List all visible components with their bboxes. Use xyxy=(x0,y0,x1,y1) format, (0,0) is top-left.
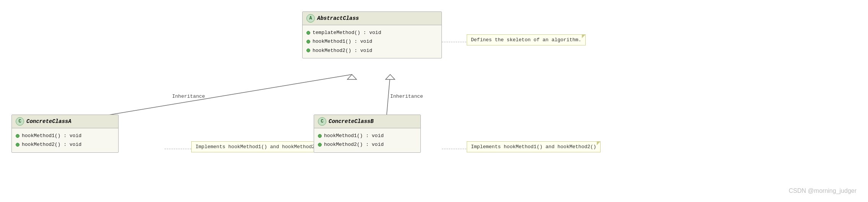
concrete-class-b-note: Implements hookMethod1() and hookMethod2… xyxy=(467,141,601,152)
method-dot xyxy=(16,143,20,147)
method-item: hookMethod1() : void xyxy=(306,37,438,46)
method-item: hookMethod2() : void xyxy=(306,46,438,55)
svg-line-2 xyxy=(386,74,390,118)
concrete-class-a-name: ConcreteClassA xyxy=(26,118,72,124)
abstract-class-note-text: Defines the skeleton of an algorithm. xyxy=(471,37,581,43)
method-dot xyxy=(16,134,20,138)
method-dot xyxy=(318,134,322,138)
concrete-class-a-badge: C xyxy=(16,117,24,126)
inheritance-label-right: Inheritance xyxy=(390,94,423,99)
svg-line-0 xyxy=(88,74,352,118)
method-item: hookMethod2() : void xyxy=(16,140,114,149)
method-dot xyxy=(306,31,310,35)
method-label: hookMethod2() : void xyxy=(324,140,384,149)
concrete-class-a-header: C ConcreteClassA xyxy=(12,115,118,128)
concrete-class-b-body: hookMethod1() : void hookMethod2() : voi… xyxy=(314,128,420,152)
method-dot xyxy=(318,143,322,147)
method-item: templateMethod() : void xyxy=(306,28,438,37)
concrete-class-b-name: ConcreteClassB xyxy=(329,118,374,124)
method-item: hookMethod1() : void xyxy=(16,131,114,140)
method-item: hookMethod2() : void xyxy=(318,140,417,149)
abstract-class-note: Defines the skeleton of an algorithm. xyxy=(467,34,586,45)
method-label: hookMethod1() : void xyxy=(22,131,81,140)
diagram-container: A AbstractClass templateMethod() : void … xyxy=(0,0,868,202)
method-label: templateMethod() : void xyxy=(313,28,381,37)
concrete-class-b-box: C ConcreteClassB hookMethod1() : void ho… xyxy=(314,115,421,153)
abstract-class-header: A AbstractClass xyxy=(303,12,441,25)
inheritance-label-left: Inheritance xyxy=(172,94,205,99)
abstract-class-name: AbstractClass xyxy=(317,15,359,21)
abstract-class-badge: A xyxy=(306,14,315,23)
method-label: hookMethod1() : void xyxy=(313,37,372,46)
concrete-class-b-note-text: Implements hookMethod1() and hookMethod2… xyxy=(471,144,596,150)
svg-marker-1 xyxy=(347,74,357,79)
abstract-class-body: templateMethod() : void hookMethod1() : … xyxy=(303,25,441,58)
concrete-class-a-box: C ConcreteClassA hookMethod1() : void ho… xyxy=(11,115,119,153)
method-dot xyxy=(306,40,310,44)
method-label: hookMethod1() : void xyxy=(324,131,384,140)
concrete-class-a-body: hookMethod1() : void hookMethod2() : voi… xyxy=(12,128,118,152)
svg-marker-3 xyxy=(386,74,395,79)
watermark: CSDN @morning_judger xyxy=(789,187,857,194)
method-dot xyxy=(306,48,310,52)
concrete-class-a-note-text: Implements hookMethod1() and hookMethod2… xyxy=(195,144,321,150)
abstract-class-box: A AbstractClass templateMethod() : void … xyxy=(302,11,442,58)
concrete-class-b-badge: C xyxy=(318,117,326,126)
concrete-class-a-note: Implements hookMethod1() and hookMethod2… xyxy=(191,141,325,152)
concrete-class-b-header: C ConcreteClassB xyxy=(314,115,420,128)
method-item: hookMethod1() : void xyxy=(318,131,417,140)
method-label: hookMethod2() : void xyxy=(22,140,81,149)
method-label: hookMethod2() : void xyxy=(313,46,372,55)
